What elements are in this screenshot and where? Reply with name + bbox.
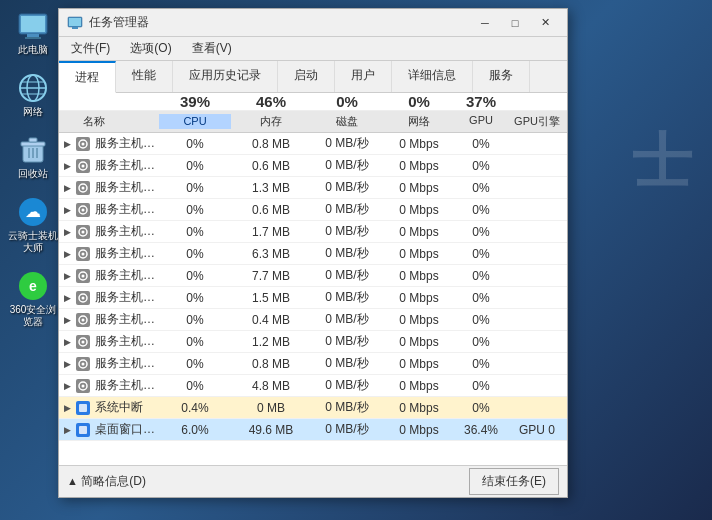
svg-point-45	[82, 384, 85, 387]
table-row[interactable]: ▶服务主机: 付款和 NFC/SE 管理...0%0.4 MB0 MB/秒0 M…	[59, 309, 567, 331]
row-expand-icon[interactable]: ▶	[59, 161, 75, 171]
row-process-icon	[75, 312, 91, 328]
row-cpu-value: 0%	[159, 225, 231, 239]
table-row[interactable]: ▶服务主机: WinHTTP Web Prox...0%0.8 MB0 MB/秒…	[59, 133, 567, 155]
table-row[interactable]: ▶服务主机: 本地服务(网络受限)0%0.6 MB0 MB/秒0 Mbps0%	[59, 199, 567, 221]
row-process-name: 服务主机: 远程过程调用 (2)	[95, 377, 159, 394]
titlebar-controls: ─ □ ✕	[471, 13, 559, 33]
menu-view[interactable]: 查看(V)	[184, 38, 240, 59]
table-row[interactable]: ▶服务主机: 连接设备平台服务0%1.2 MB0 MB/秒0 Mbps0%	[59, 331, 567, 353]
row-gpu-value: 0%	[455, 379, 507, 393]
row-cpu-value: 0%	[159, 247, 231, 261]
row-cpu-value: 0%	[159, 269, 231, 283]
disk-stat: 0%	[311, 93, 383, 110]
menu-file[interactable]: 文件(F)	[63, 38, 118, 59]
row-disk-value: 0 MB/秒	[311, 201, 383, 218]
tab-performance[interactable]: 性能	[116, 61, 173, 92]
row-process-name: 服务主机: 本地服务(无网络) (3)	[95, 245, 159, 262]
row-memory-value: 0.6 MB	[231, 203, 311, 217]
row-expand-icon[interactable]: ▶	[59, 249, 75, 259]
row-process-icon	[75, 158, 91, 174]
row-process-icon	[75, 136, 91, 152]
row-expand-icon[interactable]: ▶	[59, 227, 75, 237]
row-expand-icon[interactable]: ▶	[59, 425, 75, 435]
row-memory-value: 0 MB	[231, 401, 311, 415]
col-header-network[interactable]: 网络	[383, 114, 455, 129]
row-network-value: 0 Mbps	[383, 291, 455, 305]
row-disk-value: 0 MB/秒	[311, 333, 383, 350]
row-process-icon	[75, 422, 91, 438]
row-memory-value: 0.4 MB	[231, 313, 311, 327]
table-row[interactable]: ▶服务主机: 本地系统(网络受限)0%1.5 MB0 MB/秒0 Mbps0%	[59, 287, 567, 309]
table-row[interactable]: ▶服务主机: 本地服务(无网络) (3)0%6.3 MB0 MB/秒0 Mbps…	[59, 243, 567, 265]
tabs: 进程 性能 应用历史记录 启动 用户 详细信息 服务	[59, 61, 567, 93]
maximize-button[interactable]: □	[501, 13, 529, 33]
cloud-install-icon: ☁	[17, 196, 49, 228]
row-gpu-value: 0%	[455, 269, 507, 283]
desktop-icon-cloud[interactable]: ☁ 云骑士装机大师	[8, 196, 58, 254]
svg-rect-47	[79, 426, 87, 434]
row-expand-icon[interactable]: ▶	[59, 337, 75, 347]
col-header-name[interactable]: 名称	[59, 114, 159, 129]
row-process-icon	[75, 400, 91, 416]
row-disk-value: 0 MB/秒	[311, 135, 383, 152]
desktop-icon-pc[interactable]: 此电脑	[8, 10, 58, 56]
close-button[interactable]: ✕	[531, 13, 559, 33]
row-network-value: 0 Mbps	[383, 423, 455, 437]
table-row[interactable]: ▶系统中断0.4%0 MB0 MB/秒0 Mbps0%	[59, 397, 567, 419]
row-expand-icon[interactable]: ▶	[59, 183, 75, 193]
row-expand-icon[interactable]: ▶	[59, 381, 75, 391]
row-process-icon	[75, 356, 91, 372]
row-process-name: 服务主机: 连接设备平台服务	[95, 333, 159, 350]
row-cpu-value: 0%	[159, 313, 231, 327]
svg-rect-46	[79, 404, 87, 412]
table-row[interactable]: ▶服务主机: 本地系统 (2)0%7.7 MB0 MB/秒0 Mbps0%	[59, 265, 567, 287]
tab-app-history[interactable]: 应用历史记录	[173, 61, 278, 92]
row-expand-icon[interactable]: ▶	[59, 359, 75, 369]
row-expand-icon[interactable]: ▶	[59, 293, 75, 303]
row-memory-value: 0.8 MB	[231, 137, 311, 151]
tab-users[interactable]: 用户	[335, 61, 392, 92]
row-process-icon	[75, 224, 91, 240]
col-header-cpu[interactable]: CPU	[159, 114, 231, 129]
table-row[interactable]: ▶服务主机: 远程过程调用 (2)0%4.8 MB0 MB/秒0 Mbps0%	[59, 375, 567, 397]
status-info[interactable]: ▲ 简略信息(D)	[67, 473, 469, 490]
desktop-icon-recycle[interactable]: 回收站	[8, 134, 58, 180]
titlebar-title: 任务管理器	[89, 14, 471, 31]
tab-startup[interactable]: 启动	[278, 61, 335, 92]
col-header-gpu[interactable]: GPU	[455, 114, 507, 129]
tab-services[interactable]: 服务	[473, 61, 530, 92]
row-process-icon	[75, 202, 91, 218]
row-expand-icon[interactable]: ▶	[59, 205, 75, 215]
tab-details[interactable]: 详细信息	[392, 61, 473, 92]
table-row[interactable]: ▶服务主机: 本地服务(网络受限)0%1.7 MB0 MB/秒0 Mbps0%	[59, 221, 567, 243]
end-task-button[interactable]: 结束任务(E)	[469, 468, 559, 495]
desktop-icon-360[interactable]: e 360安全浏览器	[8, 270, 58, 328]
desktop-icon-network[interactable]: 网络	[8, 72, 58, 118]
minimize-button[interactable]: ─	[471, 13, 499, 33]
row-expand-icon[interactable]: ▶	[59, 271, 75, 281]
svg-rect-1	[21, 16, 45, 32]
table-row[interactable]: ▶桌面窗口管理器6.0%49.6 MB0 MB/秒0 Mbps36.4%GPU …	[59, 419, 567, 441]
menu-options[interactable]: 选项(O)	[122, 38, 179, 59]
row-gpu-value: 0%	[455, 181, 507, 195]
row-process-name: 服务主机: WinHTTP Web Prox...	[95, 135, 159, 152]
row-expand-icon[interactable]: ▶	[59, 403, 75, 413]
process-table[interactable]: ▶服务主机: WinHTTP Web Prox...0%0.8 MB0 MB/秒…	[59, 133, 567, 465]
row-expand-icon[interactable]: ▶	[59, 139, 75, 149]
col-header-disk[interactable]: 磁盘	[311, 114, 383, 129]
svg-point-43	[82, 362, 85, 365]
col-header-gpu-engine[interactable]: GPU引擎	[507, 114, 567, 129]
table-row[interactable]: ▶服务主机: Workstation0%0.6 MB0 MB/秒0 Mbps0%	[59, 155, 567, 177]
table-row[interactable]: ▶服务主机: 连接设备平台用户服...0%0.8 MB0 MB/秒0 Mbps0…	[59, 353, 567, 375]
row-gpu-value: 0%	[455, 335, 507, 349]
svg-rect-2	[27, 34, 39, 37]
row-process-icon	[75, 378, 91, 394]
row-expand-icon[interactable]: ▶	[59, 315, 75, 325]
tab-process[interactable]: 进程	[59, 61, 116, 93]
network-label: 网络	[23, 106, 43, 118]
col-header-memory[interactable]: 内存	[231, 114, 311, 129]
table-row[interactable]: ▶服务主机: 本地服务(网络受限)0%1.3 MB0 MB/秒0 Mbps0%	[59, 177, 567, 199]
taskmanager-window-icon	[67, 15, 83, 31]
cpu-stat: 39%	[159, 93, 231, 110]
